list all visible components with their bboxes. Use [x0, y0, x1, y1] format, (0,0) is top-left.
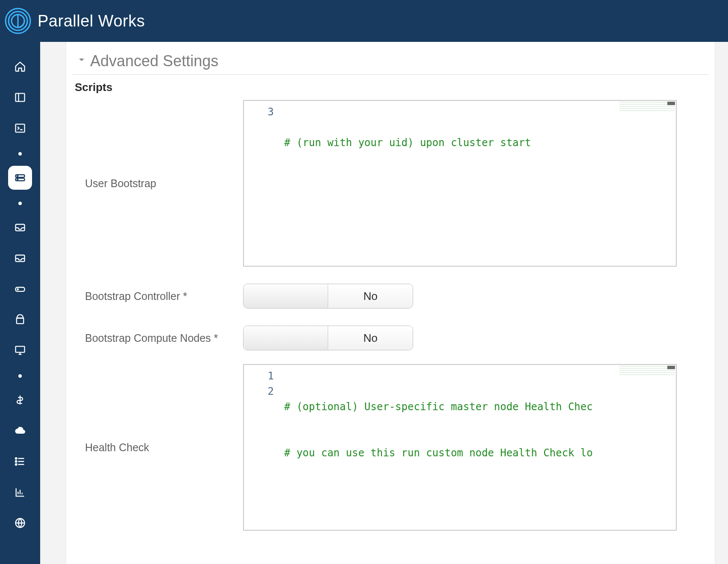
- nav-inbox[interactable]: [8, 215, 32, 239]
- editor-body[interactable]: # (optional) User-specific master node H…: [284, 365, 676, 530]
- row-bootstrap-controller: Bootstrap Controller * No: [72, 280, 709, 312]
- minimap-thumb[interactable]: [667, 366, 675, 369]
- nav-stats[interactable]: [8, 480, 32, 504]
- nav-package[interactable]: [8, 308, 32, 332]
- nav-monitor[interactable]: [8, 338, 32, 362]
- nav-list[interactable]: [8, 449, 32, 473]
- advanced-settings-toggle[interactable]: Advanced Settings: [72, 50, 709, 75]
- nav-divider: [18, 152, 22, 156]
- side-nav: [0, 42, 40, 564]
- editor-gutter: 3: [244, 101, 280, 266]
- svg-point-14: [15, 464, 17, 465]
- nav-billing[interactable]: [8, 388, 32, 412]
- row-health-check: Health Check 1 2 # (optional) User-speci…: [72, 364, 709, 534]
- row-user-bootstrap: User Bootstrap 3 # (run with your uid) u…: [72, 100, 709, 270]
- toggle-value: No: [328, 284, 413, 308]
- code-line: # (run with your uid) upon cluster start: [284, 135, 676, 150]
- label-bootstrap-controller: Bootstrap Controller *: [85, 290, 243, 303]
- nav-globe[interactable]: [8, 511, 32, 535]
- line-number: 2: [244, 384, 274, 399]
- section-scripts-title: Scripts: [72, 75, 709, 100]
- toggle-bootstrap-compute[interactable]: No: [243, 326, 413, 350]
- toggle-knob[interactable]: [244, 284, 328, 308]
- editor-gutter: 1 2: [244, 365, 280, 530]
- nav-divider: [18, 202, 22, 205]
- nav-terminal[interactable]: [8, 116, 32, 140]
- nav-divider: [18, 374, 22, 378]
- line-number: 3: [244, 104, 274, 120]
- brand-logo[interactable]: Parallel Works: [4, 7, 145, 35]
- svg-rect-11: [16, 347, 25, 352]
- label-health-check: Health Check: [85, 441, 243, 454]
- minimap-thumb[interactable]: [667, 102, 675, 105]
- nav-disk[interactable]: [8, 277, 32, 301]
- editor-health-check[interactable]: 1 2 # (optional) User-specific master no…: [243, 364, 677, 531]
- svg-point-8: [17, 179, 18, 180]
- nav-resources[interactable]: [8, 166, 32, 190]
- app-header: Parallel Works: [0, 0, 728, 42]
- minimap[interactable]: [619, 366, 675, 375]
- brand-logo-icon: [4, 7, 32, 35]
- label-user-bootstrap: User Bootstrap: [85, 177, 243, 190]
- svg-point-7: [17, 176, 18, 176]
- nav-panel[interactable]: [8, 85, 32, 109]
- toggle-value: No: [328, 326, 413, 350]
- minimap[interactable]: [619, 102, 675, 111]
- editor-body[interactable]: # (run with your uid) upon cluster start: [284, 101, 676, 266]
- nav-home[interactable]: [8, 55, 32, 79]
- svg-rect-4: [16, 124, 25, 132]
- nav-archive[interactable]: [8, 246, 32, 270]
- brand-name: Parallel Works: [38, 12, 145, 30]
- line-number: 1: [244, 368, 274, 384]
- chevron-down-icon: [76, 55, 87, 68]
- main-area: Advanced Settings Scripts User Bootstrap…: [40, 42, 728, 564]
- toggle-bootstrap-controller[interactable]: No: [243, 284, 413, 308]
- toggle-knob[interactable]: [244, 326, 328, 350]
- svg-rect-3: [16, 94, 25, 102]
- code-line: # (optional) User-specific master node H…: [284, 399, 676, 414]
- row-bootstrap-compute: Bootstrap Compute Nodes * No: [72, 322, 709, 354]
- nav-cloud[interactable]: [8, 419, 32, 443]
- code-line: # you can use this run custom node Healt…: [284, 445, 676, 461]
- settings-panel: Advanced Settings Scripts User Bootstrap…: [66, 42, 715, 564]
- svg-point-10: [18, 289, 18, 290]
- editor-user-bootstrap[interactable]: 3 # (run with your uid) upon cluster sta…: [243, 100, 677, 267]
- svg-point-12: [15, 458, 17, 459]
- svg-point-13: [15, 461, 17, 462]
- advanced-settings-title: Advanced Settings: [90, 52, 218, 70]
- label-bootstrap-compute: Bootstrap Compute Nodes *: [85, 332, 243, 344]
